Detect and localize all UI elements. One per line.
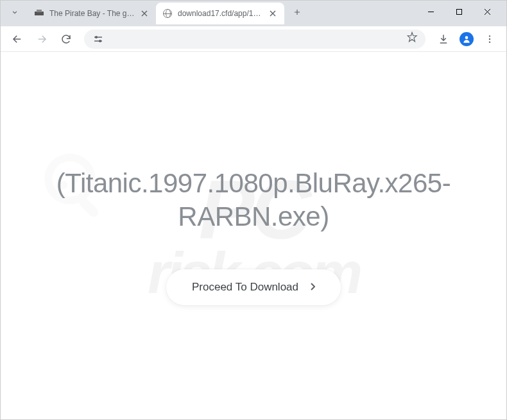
avatar-icon — [460, 32, 474, 46]
close-icon — [270, 10, 276, 17]
plus-icon — [293, 8, 302, 17]
bookmark-button[interactable] — [406, 31, 418, 46]
tab-close-button[interactable] — [268, 8, 278, 19]
svg-point-2 — [99, 40, 101, 42]
tab-download[interactable]: download17.cfd/app/11/?&lpk… — [156, 3, 284, 24]
browser-window: The Pirate Bay - The galaxy's m… downloa… — [0, 0, 507, 420]
globe-icon — [162, 8, 173, 19]
toolbar — [1, 26, 506, 52]
svg-rect-0 — [456, 9, 461, 14]
proceed-download-button[interactable]: Proceed To Download — [166, 269, 341, 305]
downloads-button[interactable] — [433, 29, 454, 49]
tab-search-button[interactable] — [6, 3, 24, 21]
close-icon — [141, 10, 148, 17]
tab-title: download17.cfd/app/11/?&lpk… — [178, 9, 264, 18]
maximize-button[interactable] — [445, 2, 473, 21]
svg-point-3 — [465, 36, 468, 39]
titlebar: The Pirate Bay - The galaxy's m… downloa… — [1, 1, 506, 26]
new-tab-button[interactable] — [288, 3, 306, 21]
profile-button[interactable] — [456, 29, 477, 49]
filename-text: (Titanic.1997.1080p.BluRay.x265-RARBN.ex… — [13, 167, 494, 234]
address-bar[interactable] — [84, 29, 425, 49]
printer-icon — [34, 8, 44, 19]
toolbar-right — [433, 29, 500, 49]
forward-button[interactable] — [31, 29, 52, 49]
tab-title: The Pirate Bay - The galaxy's m… — [49, 9, 135, 18]
site-settings-icon[interactable] — [92, 33, 105, 46]
close-button[interactable] — [473, 2, 501, 21]
svg-point-5 — [489, 38, 490, 39]
viewport: PC risk.com (Titanic.1997.1080p.BluRay.x… — [1, 52, 506, 419]
svg-point-1 — [95, 36, 98, 38]
kebab-icon — [485, 34, 495, 44]
svg-point-4 — [489, 35, 490, 37]
button-label: Proceed To Download — [192, 281, 298, 294]
minimize-icon — [427, 8, 434, 15]
close-icon — [484, 8, 491, 15]
reload-button[interactable] — [56, 29, 76, 49]
arrow-left-icon — [12, 33, 23, 45]
page-content: (Titanic.1997.1080p.BluRay.x265-RARBN.ex… — [1, 52, 506, 419]
download-icon — [438, 33, 449, 45]
svg-point-6 — [489, 41, 490, 42]
back-button[interactable] — [7, 29, 28, 49]
tab-pirate-bay[interactable]: The Pirate Bay - The galaxy's m… — [28, 3, 156, 24]
chevron-down-icon — [10, 8, 19, 17]
star-icon — [406, 31, 418, 43]
maximize-icon — [456, 8, 463, 15]
chevron-right-icon — [310, 282, 315, 292]
arrow-right-icon — [36, 33, 47, 45]
window-controls — [417, 1, 501, 26]
tab-strip: The Pirate Bay - The galaxy's m… downloa… — [6, 1, 306, 26]
tab-close-button[interactable] — [139, 8, 150, 19]
minimize-button[interactable] — [417, 2, 445, 21]
menu-button[interactable] — [479, 29, 500, 49]
reload-icon — [60, 33, 72, 45]
